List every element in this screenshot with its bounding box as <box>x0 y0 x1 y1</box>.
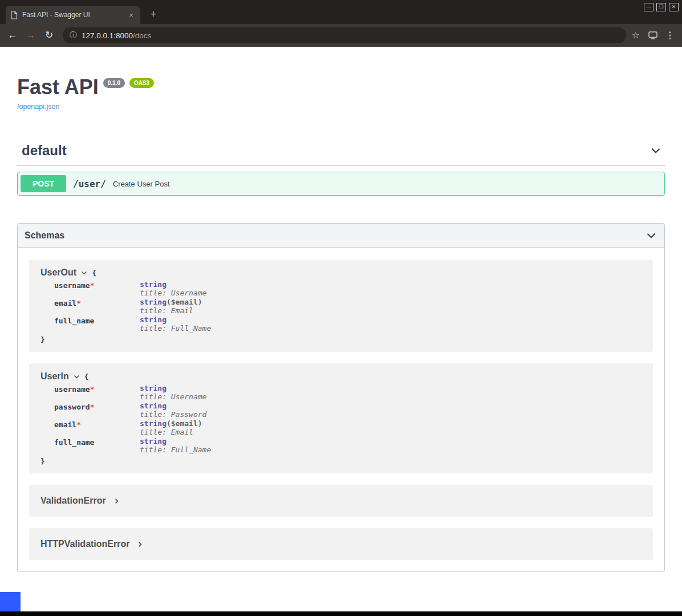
property-name-text: username <box>54 281 90 290</box>
property-detail: string($email) title: Email <box>140 419 202 437</box>
model-name: UserIn <box>40 371 69 382</box>
property-title: title: Email <box>140 428 202 436</box>
endpoint-summary: Create User Post <box>113 180 170 188</box>
browser-tab[interactable]: Fast API - Swagger UI × <box>6 6 140 24</box>
property-format: ($email) <box>167 419 202 428</box>
window-title-bar: Fast API - Swagger UI × + — ❐ ✕ <box>0 0 682 24</box>
chevron-right-icon[interactable] <box>113 497 120 505</box>
property-row: email* string($email) title: Email <box>54 298 642 315</box>
brace-open: { <box>84 372 89 381</box>
property-title: title: Full_Name <box>140 445 211 454</box>
close-button[interactable]: ✕ <box>669 3 679 11</box>
property-type: string <box>140 402 167 410</box>
tab-title: Fast API - Swagger UI <box>22 11 122 19</box>
desktop-blue-block <box>0 592 21 611</box>
model-userout: UserOut { username* string title: Userna… <box>29 260 653 352</box>
brace-close: } <box>40 335 642 344</box>
api-title: Fast API <box>17 77 99 98</box>
property-name-text: email <box>54 299 76 307</box>
model-name: UserOut <box>40 268 76 278</box>
chevron-right-icon[interactable] <box>136 541 144 548</box>
schemas-body: UserOut { username* string title: Userna… <box>18 248 664 572</box>
property-name-text: full_name <box>54 317 94 325</box>
minimize-button[interactable]: — <box>644 3 653 11</box>
model-properties: username* string title: Username passwor… <box>54 384 642 455</box>
brace-open: { <box>92 269 96 277</box>
chevron-down-icon[interactable] <box>645 229 657 242</box>
page-info-icon[interactable]: ⓘ <box>70 30 77 40</box>
bookmark-star-icon[interactable]: ☆ <box>628 27 643 43</box>
property-name: full_name <box>54 437 140 455</box>
maximize-button[interactable]: ❐ <box>656 3 666 11</box>
property-detail: string title: Username <box>140 280 206 298</box>
window-controls: — ❐ ✕ <box>644 3 679 11</box>
model-header[interactable]: UserIn { <box>40 371 642 382</box>
property-format: ($email) <box>167 298 202 306</box>
schemas-title: Schemas <box>25 230 64 241</box>
required-star: * <box>90 385 95 394</box>
openapi-spec-link[interactable]: /openapi.json <box>17 103 59 111</box>
property-type: string <box>140 384 167 392</box>
api-info: Fast API 0.1.0 OAS3 <box>17 77 665 98</box>
property-detail: string title: Full_Name <box>140 315 211 333</box>
property-row: full_name string title: Full_Name <box>54 437 642 455</box>
property-row: email* string($email) title: Email <box>54 419 642 437</box>
tab-close-icon[interactable]: × <box>127 11 136 19</box>
reload-icon[interactable]: ↻ <box>41 27 57 43</box>
property-type: string <box>140 280 167 289</box>
method-badge: POST <box>21 175 66 192</box>
property-row: username* string title: Username <box>54 384 642 402</box>
property-detail: string($email) title: Email <box>140 298 202 315</box>
extensions-icon[interactable] <box>646 27 660 43</box>
forward-icon[interactable]: → <box>23 27 39 43</box>
desktop-bottom-bar <box>0 611 682 616</box>
property-detail: string title: Username <box>140 384 206 402</box>
property-type: string <box>140 298 167 306</box>
browser-menu-icon[interactable]: ⋮ <box>663 27 677 43</box>
page-file-icon <box>10 11 18 19</box>
back-icon[interactable]: ← <box>5 27 21 43</box>
property-row: full_name string title: Full_Name <box>54 315 642 333</box>
url-host: 127.0.0.1:8000 <box>82 31 133 40</box>
endpoint-path: /user/ <box>73 179 106 189</box>
property-name-text: email <box>54 420 76 429</box>
swagger-page: Fast API 0.1.0 OAS3 /openapi.json defaul… <box>0 47 682 572</box>
model-header[interactable]: UserOut { <box>40 268 642 278</box>
url-bar[interactable]: ⓘ 127.0.0.1:8000/docs <box>63 27 626 43</box>
url-text: 127.0.0.1:8000/docs <box>82 31 151 40</box>
new-tab-button[interactable]: + <box>146 7 161 22</box>
required-star: * <box>76 420 81 429</box>
property-name: password* <box>54 402 140 419</box>
property-detail: string title: Full_Name <box>140 437 211 455</box>
property-name-text: password <box>54 403 90 411</box>
browser-toolbar: ← → ↻ ⓘ 127.0.0.1:8000/docs ☆ ⋮ <box>0 24 682 47</box>
model-httpvalidationerror[interactable]: HTTPValidationError <box>29 528 653 560</box>
model-validationerror[interactable]: ValidationError <box>29 485 653 517</box>
property-row: password* string title: Password <box>54 402 642 419</box>
model-userin: UserIn { username* string title: Usernam… <box>29 363 653 473</box>
url-path: /docs <box>133 31 151 40</box>
property-type: string <box>140 315 167 324</box>
property-name: username* <box>54 384 140 402</box>
property-detail: string title: Password <box>140 402 206 419</box>
required-star: * <box>90 403 95 411</box>
property-name: email* <box>54 298 140 315</box>
property-name-text: full_name <box>54 438 94 447</box>
property-name: full_name <box>54 315 140 333</box>
property-name: username* <box>54 280 140 298</box>
chevron-down-icon[interactable] <box>80 269 88 277</box>
property-title: title: Username <box>140 392 206 401</box>
version-badge: 0.1.0 <box>103 78 125 88</box>
tag-section-default[interactable]: default <box>17 143 665 166</box>
tag-section-title: default <box>22 143 67 159</box>
model-properties: username* string title: Username email* … <box>54 280 642 333</box>
schemas-header[interactable]: Schemas <box>18 224 664 248</box>
model-name: ValidationError <box>40 496 106 506</box>
property-type: string <box>140 437 167 445</box>
property-name: email* <box>54 419 140 437</box>
chevron-down-icon[interactable] <box>649 144 662 157</box>
model-name: HTTPValidationError <box>40 539 129 549</box>
chevron-down-icon[interactable] <box>73 373 80 380</box>
required-star: * <box>76 299 81 307</box>
endpoint-post-user[interactable]: POST /user/ Create User Post <box>17 172 665 196</box>
